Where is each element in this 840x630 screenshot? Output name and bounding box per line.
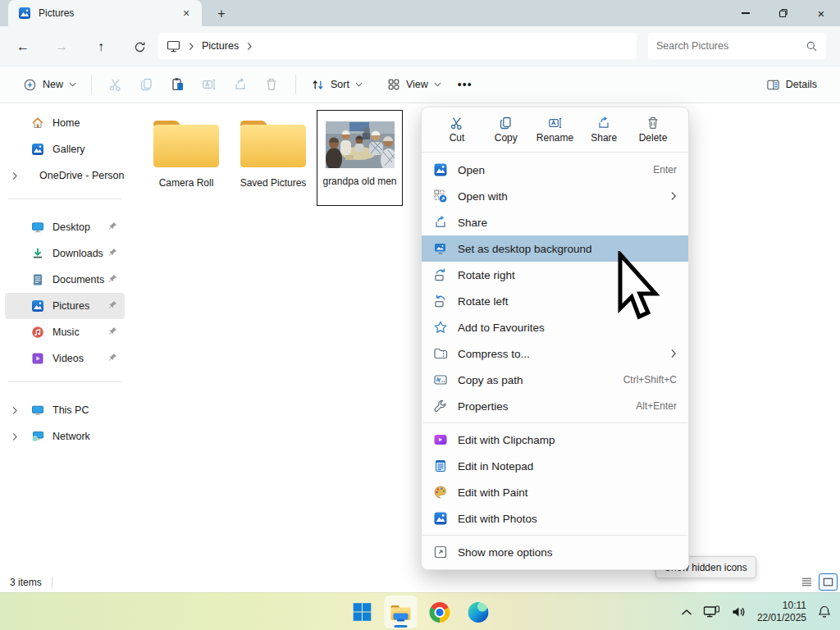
pin-icon xyxy=(107,299,118,310)
menu-item-show-more-options[interactable]: Show more options xyxy=(422,539,688,565)
taskbar: 10:11 22/01/2025 xyxy=(0,592,840,630)
details-pane-button[interactable]: Details xyxy=(760,73,824,97)
tab-close-icon[interactable]: × xyxy=(177,4,195,22)
sidebar-item-music[interactable]: Music xyxy=(5,319,125,345)
menu-item-edit-with-clipchamp[interactable]: Edit with Clipchamp xyxy=(422,427,688,453)
cut-button[interactable] xyxy=(100,72,131,97)
quick-delete-button[interactable]: Delete xyxy=(631,116,675,144)
expand-chevron-icon[interactable] xyxy=(11,171,18,180)
details-view-toggle[interactable] xyxy=(797,573,816,591)
menu-item-compress-to[interactable]: Compress to... xyxy=(422,340,688,367)
menu-item-open-with[interactable]: Open with xyxy=(422,183,688,209)
sidebar-label: Home xyxy=(52,117,80,129)
menu-item-label: Edit with Clipchamp xyxy=(458,434,677,446)
file-name: grandpa old men xyxy=(317,176,402,187)
close-button[interactable]: × xyxy=(802,0,840,26)
navigation-sidebar: Home Gallery OneDrive - Persona Desktop … xyxy=(0,103,130,572)
sidebar-item-home[interactable]: Home xyxy=(5,110,125,136)
delete-button[interactable] xyxy=(256,72,287,97)
notifications-bell-icon[interactable] xyxy=(817,605,832,619)
folder-tile-camera-roll[interactable]: Camera Roll xyxy=(143,113,230,189)
share-button[interactable] xyxy=(225,72,256,97)
paste-button[interactable] xyxy=(162,72,194,97)
rotate-left-icon xyxy=(433,294,448,308)
sidebar-item-onedrive[interactable]: OneDrive - Persona xyxy=(5,162,125,189)
quick-share-button[interactable]: Share xyxy=(582,116,626,144)
sidebar-item-desktop[interactable]: Desktop xyxy=(5,214,125,240)
folder-icon xyxy=(230,113,317,174)
pin-icon xyxy=(107,247,118,258)
copy-button[interactable] xyxy=(131,72,162,97)
taskbar-clock[interactable]: 10:11 22/01/2025 xyxy=(757,600,806,624)
network-tray-icon[interactable] xyxy=(703,605,720,619)
menu-item-properties[interactable]: Properties Alt+Enter xyxy=(422,393,688,419)
downloads-icon xyxy=(31,247,44,260)
sidebar-item-videos[interactable]: Videos xyxy=(5,345,125,372)
menu-item-edit-with-photos[interactable]: Edit with Photos xyxy=(422,505,688,532)
start-button[interactable] xyxy=(346,596,379,628)
menu-item-copy-as-path[interactable]: Copy as path Ctrl+Shift+C xyxy=(422,367,688,393)
tab-pictures[interactable]: Pictures × xyxy=(8,0,202,26)
items-count: 3 items xyxy=(10,577,42,588)
search-box[interactable] xyxy=(648,33,826,59)
menu-item-shortcut: Alt+Enter xyxy=(636,400,677,412)
rename-button[interactable] xyxy=(194,72,225,97)
refresh-button[interactable] xyxy=(129,36,150,57)
sort-button[interactable]: Sort xyxy=(304,73,369,97)
sidebar-divider xyxy=(8,199,121,199)
expand-chevron-icon[interactable] xyxy=(11,406,18,415)
sidebar-item-downloads[interactable]: Downloads xyxy=(5,240,125,267)
refresh-icon xyxy=(134,41,146,53)
sidebar-item-gallery[interactable]: Gallery xyxy=(5,136,125,162)
expand-chevron-icon[interactable] xyxy=(11,432,18,441)
volume-icon[interactable] xyxy=(731,605,746,619)
sidebar-label: Music xyxy=(52,326,80,338)
desktop-background-icon xyxy=(433,241,448,256)
quick-copy-button[interactable]: Copy xyxy=(484,116,528,144)
address-bar[interactable]: Pictures xyxy=(158,33,637,59)
menu-item-label: Compress to... xyxy=(458,348,660,360)
menu-item-edit-in-notepad[interactable]: Edit in Notepad xyxy=(422,453,688,479)
breadcrumb-pictures[interactable]: Pictures xyxy=(202,40,239,52)
menu-item-label: Open xyxy=(458,164,643,176)
sidebar-label: Desktop xyxy=(52,221,90,233)
cut-icon xyxy=(108,77,123,92)
back-button[interactable]: ← xyxy=(12,36,34,57)
home-icon xyxy=(31,116,44,130)
chevron-right-icon[interactable] xyxy=(246,42,253,51)
minimize-button[interactable] xyxy=(727,0,765,26)
quick-action-label: Copy xyxy=(495,132,518,144)
show-hidden-icons-chevron[interactable] xyxy=(681,609,692,616)
menu-item-open[interactable]: Open Enter xyxy=(422,157,688,183)
new-tab-button[interactable]: + xyxy=(212,4,231,24)
menu-item-edit-with-paint[interactable]: Edit with Paint xyxy=(422,479,688,505)
sidebar-item-pictures[interactable]: Pictures xyxy=(5,293,125,319)
sidebar-item-documents[interactable]: Documents xyxy=(5,267,125,293)
toolbar-separator xyxy=(295,75,296,94)
taskbar-chrome[interactable] xyxy=(423,596,456,628)
context-menu-list: Open Enter Open with Share Set as deskto… xyxy=(422,153,688,569)
menu-item-share[interactable]: Share xyxy=(422,209,688,235)
folder-tile-saved-pictures[interactable]: Saved Pictures xyxy=(230,113,317,189)
quick-rename-button[interactable]: Rename xyxy=(533,116,578,144)
chevron-down-icon xyxy=(434,82,441,87)
search-input[interactable] xyxy=(656,40,801,52)
delete-icon xyxy=(264,77,279,92)
file-name: Saved Pictures xyxy=(230,177,317,189)
view-button[interactable]: View xyxy=(381,73,448,96)
sidebar-item-network[interactable]: Network xyxy=(5,423,125,450)
pin-icon xyxy=(107,273,118,284)
quick-cut-button[interactable]: Cut xyxy=(435,116,479,144)
taskbar-file-explorer[interactable] xyxy=(385,596,418,628)
taskbar-edge[interactable] xyxy=(462,596,495,628)
image-tile-selected[interactable]: grandpa old men xyxy=(317,110,403,206)
compress-icon xyxy=(433,346,448,361)
new-button[interactable]: New xyxy=(16,73,83,97)
more-options-button[interactable]: ••• xyxy=(448,78,482,91)
sidebar-item-this-pc[interactable]: This PC xyxy=(5,397,125,423)
restore-button[interactable] xyxy=(765,0,802,26)
thumbnail-view-toggle[interactable] xyxy=(819,573,838,591)
forward-button[interactable]: → xyxy=(51,36,72,57)
up-button[interactable]: ↑ xyxy=(90,36,112,57)
new-plus-icon xyxy=(23,78,37,92)
